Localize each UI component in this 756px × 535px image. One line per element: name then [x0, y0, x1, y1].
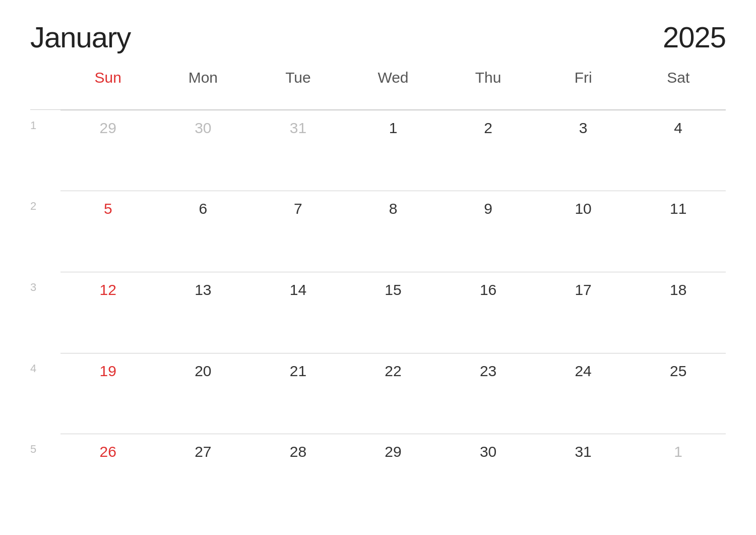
- day-cell-w5-d5[interactable]: 30: [440, 434, 536, 515]
- day-cell-w3-d5[interactable]: 16: [440, 272, 536, 353]
- day-cell-w3-d2[interactable]: 13: [156, 272, 251, 353]
- day-cell-w3-d4[interactable]: 15: [346, 272, 441, 353]
- day-cell-w2-d1[interactable]: 5: [60, 191, 156, 272]
- day-header-mon: Mon: [156, 64, 251, 110]
- week-num-5: 5: [30, 434, 60, 515]
- day-cell-w5-d3[interactable]: 28: [250, 434, 346, 515]
- day-cell-w5-d1[interactable]: 26: [60, 434, 156, 515]
- day-cell-w3-d7[interactable]: 18: [631, 272, 726, 353]
- day-header-sat: Sat: [631, 64, 726, 110]
- day-cell-w1-d4[interactable]: 1: [346, 110, 441, 191]
- day-cell-w4-d1[interactable]: 19: [60, 353, 156, 434]
- day-cell-w3-d6[interactable]: 17: [536, 272, 631, 353]
- day-cell-w3-d1[interactable]: 12: [60, 272, 156, 353]
- week-num-3: 3: [30, 272, 60, 353]
- day-cell-w1-d2[interactable]: 30: [156, 110, 251, 191]
- day-cell-w2-d2[interactable]: 6: [156, 191, 251, 272]
- day-cell-w3-d3[interactable]: 14: [250, 272, 346, 353]
- calendar-grid: Sun Mon Tue Wed Thu Fri Sat 129303112342…: [30, 64, 726, 515]
- day-cell-w1-d6[interactable]: 3: [536, 110, 631, 191]
- day-header-tue: Tue: [250, 64, 346, 110]
- day-cell-w4-d2[interactable]: 20: [156, 353, 251, 434]
- day-cell-w2-d3[interactable]: 7: [250, 191, 346, 272]
- day-cell-w2-d4[interactable]: 8: [346, 191, 441, 272]
- day-cell-w4-d7[interactable]: 25: [631, 353, 726, 434]
- week-num-1: 1: [30, 110, 60, 191]
- day-cell-w2-d6[interactable]: 10: [536, 191, 631, 272]
- day-cell-w1-d3[interactable]: 31: [250, 110, 346, 191]
- calendar-container: January 2025 Sun Mon Tue Wed Thu Fri Sat…: [0, 0, 756, 535]
- day-cell-w4-d6[interactable]: 24: [536, 353, 631, 434]
- day-cell-w1-d7[interactable]: 4: [631, 110, 726, 191]
- day-header-sun: Sun: [60, 64, 156, 110]
- month-title: January: [30, 20, 131, 54]
- day-cell-w5-d4[interactable]: 29: [346, 434, 441, 515]
- day-cell-w4-d3[interactable]: 21: [250, 353, 346, 434]
- day-cell-w4-d5[interactable]: 23: [440, 353, 536, 434]
- day-cell-w5-d2[interactable]: 27: [156, 434, 251, 515]
- week-num-header: [30, 64, 60, 110]
- calendar-header: January 2025: [30, 20, 726, 54]
- week-num-4: 4: [30, 353, 60, 434]
- day-cell-w4-d4[interactable]: 22: [346, 353, 441, 434]
- day-header-thu: Thu: [440, 64, 536, 110]
- day-cell-w2-d7[interactable]: 11: [631, 191, 726, 272]
- day-cell-w1-d5[interactable]: 2: [440, 110, 536, 191]
- day-header-fri: Fri: [536, 64, 631, 110]
- day-cell-w5-d7[interactable]: 1: [631, 434, 726, 515]
- week-num-2: 2: [30, 191, 60, 272]
- year-title: 2025: [663, 20, 726, 54]
- day-cell-w2-d5[interactable]: 9: [440, 191, 536, 272]
- day-header-wed: Wed: [346, 64, 441, 110]
- day-cell-w5-d6[interactable]: 31: [536, 434, 631, 515]
- day-cell-w1-d1[interactable]: 29: [60, 110, 156, 191]
